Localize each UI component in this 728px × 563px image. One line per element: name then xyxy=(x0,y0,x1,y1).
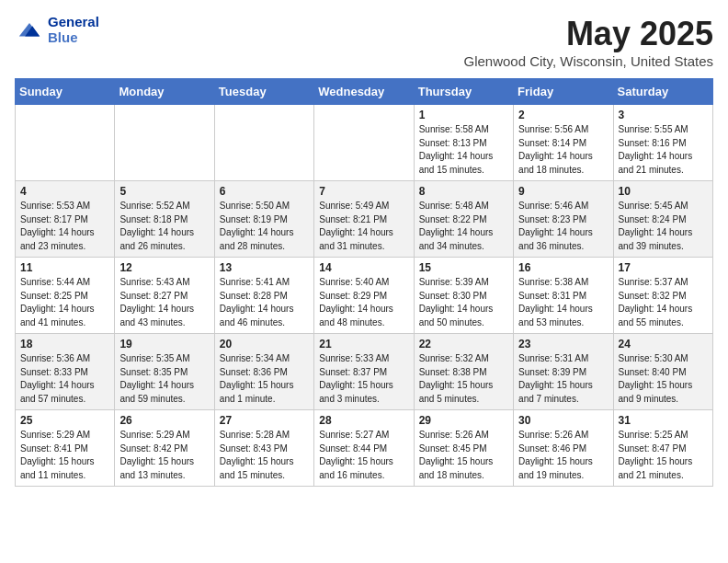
day-number: 29 xyxy=(419,414,508,427)
day-info: Sunrise: 5:50 AM Sunset: 8:19 PM Dayligh… xyxy=(220,200,309,253)
calendar-cell: 21Sunrise: 5:33 AM Sunset: 8:37 PM Dayli… xyxy=(314,334,414,410)
column-header-thursday: Thursday xyxy=(414,79,513,105)
calendar-cell: 7Sunrise: 5:49 AM Sunset: 8:21 PM Daylig… xyxy=(314,181,414,258)
day-info: Sunrise: 5:26 AM Sunset: 8:45 PM Dayligh… xyxy=(419,429,508,482)
day-info: Sunrise: 5:27 AM Sunset: 8:44 PM Dayligh… xyxy=(319,429,408,482)
calendar-cell: 31Sunrise: 5:25 AM Sunset: 8:47 PM Dayli… xyxy=(613,410,712,487)
calendar-cell: 2Sunrise: 5:56 AM Sunset: 8:14 PM Daylig… xyxy=(514,105,613,181)
day-number: 10 xyxy=(619,185,708,198)
day-info: Sunrise: 5:48 AM Sunset: 8:22 PM Dayligh… xyxy=(419,200,508,253)
day-info: Sunrise: 5:46 AM Sunset: 8:23 PM Dayligh… xyxy=(518,200,608,253)
day-number: 11 xyxy=(20,261,109,274)
day-number: 25 xyxy=(20,414,109,427)
calendar-table: SundayMondayTuesdayWednesdayThursdayFrid… xyxy=(15,78,713,487)
day-info: Sunrise: 5:36 AM Sunset: 8:33 PM Dayligh… xyxy=(20,352,109,406)
day-info: Sunrise: 5:40 AM Sunset: 8:29 PM Dayligh… xyxy=(319,276,408,329)
day-number: 7 xyxy=(319,185,408,198)
day-info: Sunrise: 5:39 AM Sunset: 8:30 PM Dayligh… xyxy=(419,276,508,329)
calendar-cell: 4Sunrise: 5:53 AM Sunset: 8:17 PM Daylig… xyxy=(16,181,115,258)
month-title: May 2025 xyxy=(463,15,713,53)
day-number: 1 xyxy=(419,109,508,121)
calendar-cell: 10Sunrise: 5:45 AM Sunset: 8:24 PM Dayli… xyxy=(613,181,712,258)
day-number: 22 xyxy=(419,338,508,350)
calendar-cell: 12Sunrise: 5:43 AM Sunset: 8:27 PM Dayli… xyxy=(115,258,214,334)
day-info: Sunrise: 5:30 AM Sunset: 8:40 PM Dayligh… xyxy=(619,352,708,406)
day-number: 16 xyxy=(518,261,608,274)
day-info: Sunrise: 5:38 AM Sunset: 8:31 PM Dayligh… xyxy=(518,276,608,329)
calendar-cell: 19Sunrise: 5:35 AM Sunset: 8:35 PM Dayli… xyxy=(115,334,214,410)
day-info: Sunrise: 5:26 AM Sunset: 8:46 PM Dayligh… xyxy=(518,429,608,482)
calendar-cell xyxy=(16,105,115,181)
day-info: Sunrise: 5:53 AM Sunset: 8:17 PM Dayligh… xyxy=(20,200,109,253)
calendar-cell: 9Sunrise: 5:46 AM Sunset: 8:23 PM Daylig… xyxy=(514,181,613,258)
day-info: Sunrise: 5:25 AM Sunset: 8:47 PM Dayligh… xyxy=(619,429,708,482)
calendar-cell: 15Sunrise: 5:39 AM Sunset: 8:30 PM Dayli… xyxy=(414,258,513,334)
location-title: Glenwood City, Wisconsin, United States xyxy=(463,53,713,69)
day-info: Sunrise: 5:44 AM Sunset: 8:25 PM Dayligh… xyxy=(20,276,109,329)
calendar-cell: 22Sunrise: 5:32 AM Sunset: 8:38 PM Dayli… xyxy=(414,334,513,410)
calendar-cell: 1Sunrise: 5:58 AM Sunset: 8:13 PM Daylig… xyxy=(414,105,513,181)
title-block: May 2025 Glenwood City, Wisconsin, Unite… xyxy=(463,15,713,69)
calendar-cell: 6Sunrise: 5:50 AM Sunset: 8:19 PM Daylig… xyxy=(214,181,313,258)
day-info: Sunrise: 5:43 AM Sunset: 8:27 PM Dayligh… xyxy=(119,276,209,329)
day-number: 17 xyxy=(619,261,708,274)
calendar-cell: 29Sunrise: 5:26 AM Sunset: 8:45 PM Dayli… xyxy=(414,410,513,487)
column-header-saturday: Saturday xyxy=(613,79,712,105)
calendar-cell: 27Sunrise: 5:28 AM Sunset: 8:43 PM Dayli… xyxy=(214,410,313,487)
calendar-cell: 16Sunrise: 5:38 AM Sunset: 8:31 PM Dayli… xyxy=(514,258,613,334)
day-number: 26 xyxy=(119,414,209,427)
day-info: Sunrise: 5:58 AM Sunset: 8:13 PM Dayligh… xyxy=(419,123,508,177)
column-header-tuesday: Tuesday xyxy=(214,79,313,105)
calendar-cell: 23Sunrise: 5:31 AM Sunset: 8:39 PM Dayli… xyxy=(514,334,613,410)
day-info: Sunrise: 5:33 AM Sunset: 8:37 PM Dayligh… xyxy=(319,352,408,406)
calendar-cell: 28Sunrise: 5:27 AM Sunset: 8:44 PM Dayli… xyxy=(314,410,414,487)
day-number: 9 xyxy=(518,185,608,198)
logo-text: General Blue xyxy=(48,15,99,45)
day-info: Sunrise: 5:29 AM Sunset: 8:41 PM Dayligh… xyxy=(20,429,109,482)
day-info: Sunrise: 5:32 AM Sunset: 8:38 PM Dayligh… xyxy=(419,352,508,406)
calendar-cell: 5Sunrise: 5:52 AM Sunset: 8:18 PM Daylig… xyxy=(115,181,214,258)
calendar-cell: 30Sunrise: 5:26 AM Sunset: 8:46 PM Dayli… xyxy=(514,410,613,487)
day-number: 13 xyxy=(220,261,309,274)
day-number: 18 xyxy=(20,338,109,350)
calendar-cell: 13Sunrise: 5:41 AM Sunset: 8:28 PM Dayli… xyxy=(214,258,313,334)
calendar-cell: 11Sunrise: 5:44 AM Sunset: 8:25 PM Dayli… xyxy=(16,258,115,334)
day-number: 5 xyxy=(119,185,209,198)
day-number: 2 xyxy=(518,109,608,121)
column-header-monday: Monday xyxy=(115,79,214,105)
week-row-4: 18Sunrise: 5:36 AM Sunset: 8:33 PM Dayli… xyxy=(16,334,713,410)
day-info: Sunrise: 5:37 AM Sunset: 8:32 PM Dayligh… xyxy=(619,276,708,329)
week-row-1: 1Sunrise: 5:58 AM Sunset: 8:13 PM Daylig… xyxy=(16,105,713,181)
day-info: Sunrise: 5:52 AM Sunset: 8:18 PM Dayligh… xyxy=(119,200,209,253)
day-info: Sunrise: 5:29 AM Sunset: 8:42 PM Dayligh… xyxy=(119,429,209,482)
day-number: 8 xyxy=(419,185,508,198)
column-header-wednesday: Wednesday xyxy=(314,79,414,105)
logo-line2: Blue xyxy=(48,30,99,46)
day-number: 14 xyxy=(319,261,408,274)
day-number: 12 xyxy=(119,261,209,274)
day-number: 15 xyxy=(419,261,508,274)
page-header: General Blue May 2025 Glenwood City, Wis… xyxy=(15,15,713,69)
day-info: Sunrise: 5:34 AM Sunset: 8:36 PM Dayligh… xyxy=(220,352,309,406)
day-info: Sunrise: 5:45 AM Sunset: 8:24 PM Dayligh… xyxy=(619,200,708,253)
day-number: 30 xyxy=(518,414,608,427)
day-number: 24 xyxy=(619,338,708,350)
logo: General Blue xyxy=(15,15,99,45)
logo-line1: General xyxy=(48,15,99,30)
column-header-sunday: Sunday xyxy=(16,79,115,105)
calendar-cell: 3Sunrise: 5:55 AM Sunset: 8:16 PM Daylig… xyxy=(613,105,712,181)
calendar-cell: 26Sunrise: 5:29 AM Sunset: 8:42 PM Dayli… xyxy=(115,410,214,487)
calendar-cell xyxy=(314,105,414,181)
day-info: Sunrise: 5:41 AM Sunset: 8:28 PM Dayligh… xyxy=(220,276,309,329)
column-header-friday: Friday xyxy=(514,79,613,105)
calendar-cell: 25Sunrise: 5:29 AM Sunset: 8:41 PM Dayli… xyxy=(16,410,115,487)
logo-icon xyxy=(15,16,44,45)
calendar-cell: 14Sunrise: 5:40 AM Sunset: 8:29 PM Dayli… xyxy=(314,258,414,334)
calendar-cell: 8Sunrise: 5:48 AM Sunset: 8:22 PM Daylig… xyxy=(414,181,513,258)
day-number: 27 xyxy=(220,414,309,427)
day-info: Sunrise: 5:56 AM Sunset: 8:14 PM Dayligh… xyxy=(518,123,608,177)
day-info: Sunrise: 5:35 AM Sunset: 8:35 PM Dayligh… xyxy=(119,352,209,406)
day-info: Sunrise: 5:55 AM Sunset: 8:16 PM Dayligh… xyxy=(619,123,708,177)
day-number: 19 xyxy=(119,338,209,350)
calendar-cell: 20Sunrise: 5:34 AM Sunset: 8:36 PM Dayli… xyxy=(214,334,313,410)
